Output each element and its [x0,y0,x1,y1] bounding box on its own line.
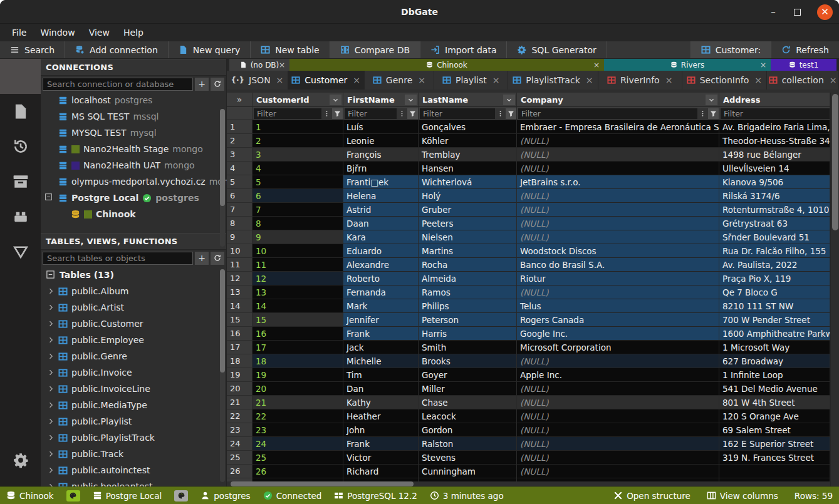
row-number[interactable]: 25 [227,451,253,465]
grid-cell[interactable]: Mark [343,299,419,313]
palette-icon[interactable] [66,490,80,501]
filter-menu-button[interactable] [321,108,332,119]
row-number[interactable]: 18 [227,354,253,368]
grid-cell[interactable]: (NULL) [517,148,719,162]
grid-cell[interactable]: (NULL) [517,437,719,451]
grid-cell[interactable]: Daan [343,217,419,230]
close-button[interactable]: ✕ [817,4,833,20]
row-number[interactable]: 6 [227,189,253,203]
grid-cell[interactable]: 23 [253,423,343,437]
grid-cell[interactable]: Woodstock Discos [517,244,719,258]
close-icon[interactable]: × [760,61,766,69]
close-icon[interactable]: × [353,75,360,85]
statusbar-color-chip[interactable] [66,490,80,501]
row-number[interactable]: 17 [227,341,253,354]
grid-cell[interactable]: 26 [253,465,343,478]
grid-cell[interactable]: Alexandre [343,258,419,272]
row-number[interactable]: 9 [227,230,253,244]
close-icon[interactable]: × [418,75,425,85]
rail-archive-icon[interactable] [0,164,41,199]
grid-cell[interactable]: (NULL) [517,451,719,465]
grid-cell[interactable]: (NULL) [517,382,719,396]
table-item[interactable]: public.Album [41,283,226,299]
chevron-right-icon[interactable] [47,385,55,393]
db-group-tab-test1[interactable]: test1 [771,59,836,71]
connection-item[interactable]: Nano2Health Stagemongo [41,141,226,157]
grid-cell[interactable]: 18 [253,354,343,368]
grid-cell[interactable]: (NULL) [517,203,719,217]
rail-plugins-icon[interactable] [0,199,41,234]
grid-cell[interactable]: 8210 111 ST NW [719,299,830,313]
close-icon[interactable]: × [276,75,284,85]
tab-json[interactable]: {·}JSON× [227,71,288,90]
row-number[interactable]: 3 [227,148,253,162]
grid-cell[interactable]: 17 [253,341,343,354]
toolbar-button-import-data[interactable]: Import data [420,41,507,58]
column-header-customerid[interactable]: CustomerId [253,93,343,107]
grid-cell[interactable]: (NULL) [517,423,719,437]
grid-cell[interactable]: 1600 Amphitheatre Parkwa [719,327,830,341]
close-icon[interactable]: × [586,75,593,85]
close-icon[interactable]: × [665,75,673,85]
grid-cell[interactable]: (NULL) [517,409,719,423]
chevron-right-icon[interactable] [47,369,55,376]
connections-refresh-button[interactable] [211,78,224,91]
grid-cell[interactable]: Stevens [419,451,517,465]
row-number[interactable]: 1 [227,120,253,134]
column-dropdown-button[interactable] [503,95,515,105]
grid-cell[interactable]: 14 [253,299,343,313]
tab-customer[interactable]: Customer× [288,71,365,90]
grid-cell[interactable]: Holý [419,189,517,203]
toolbar-button-refresh[interactable]: Refresh [771,41,839,58]
filter-input[interactable]: Filter [345,108,397,119]
grid-cell[interactable]: (NULL) [517,217,719,230]
grid-cell[interactable]: 12 [253,272,343,285]
column-dropdown-button[interactable] [405,95,417,105]
grid-cell[interactable]: Heather [343,409,419,423]
grid-cell[interactable]: Ullevĺlsveien 14 [719,162,830,175]
column-header-address[interactable]: Address [719,93,830,107]
grid-cell[interactable]: Chase [419,396,517,409]
grid-cell[interactable]: 9 [253,230,343,244]
grid-cell[interactable]: Eduardo [343,244,419,258]
table-item[interactable]: public.Artist [41,299,226,316]
grid-cell[interactable]: 1498 rue Bélanger [719,148,830,162]
grid-cell[interactable]: Helena [343,189,419,203]
grid-cell[interactable]: Cunningham [419,465,517,478]
toolbar-button-sql-generator[interactable]: SQL Generator [507,41,607,58]
rail-file-icon[interactable] [0,94,41,129]
grid-cell[interactable]: 2 [253,134,343,148]
grid-cell[interactable]: Richard [343,465,419,478]
grid-cell[interactable]: Microsoft Corporation [517,341,719,354]
grid-cell[interactable]: 541 Del Medio Avenue [719,382,830,396]
rail-database-icon[interactable] [0,59,41,94]
db-group-tab-Chinook[interactable]: Chinook× [289,59,604,71]
grid-cell[interactable]: Gonçalves [419,120,517,134]
menu-view[interactable]: View [83,26,115,39]
grid-cell[interactable]: Apple Inc. [517,368,719,382]
grid-cell[interactable]: Kathy [343,396,419,409]
connection-item[interactable]: olympus-medportal.vychozi.czmongo [41,173,226,190]
table-item[interactable]: public.Customer [41,316,226,332]
grid-cell[interactable]: 6 [253,189,343,203]
grid-cell[interactable]: Rotenturmstraße 4, 1010 I [719,203,830,217]
filter-input[interactable]: Filter [721,108,830,119]
grid-cell[interactable]: 120 S Orange Ave [719,409,830,423]
grid-cell[interactable]: Smith [419,341,517,354]
row-number[interactable]: 20 [227,382,253,396]
table-item[interactable]: public.Playlist [41,413,226,429]
grid-cell[interactable]: (NULL) [517,354,719,368]
toolbar-button-compare-db[interactable]: Compare DB [330,41,420,58]
chevron-right-icon[interactable] [47,401,55,409]
connection-item[interactable]: MS SQL TESTmssql [41,108,226,125]
close-icon[interactable]: × [593,61,600,69]
grid-cell[interactable]: Miller [419,382,517,396]
grid-cell[interactable]: Leacock [419,409,517,423]
grid-cell[interactable]: Tim [343,368,419,382]
tab-playlisttrack[interactable]: PlaylistTrack× [508,71,598,90]
grid-cell[interactable]: 19 [253,368,343,382]
grid-cell[interactable]: Ramos [419,285,517,299]
grid-cell[interactable]: Köhler [419,134,517,148]
palette-icon[interactable] [174,490,188,501]
row-number[interactable]: 4 [227,162,253,175]
